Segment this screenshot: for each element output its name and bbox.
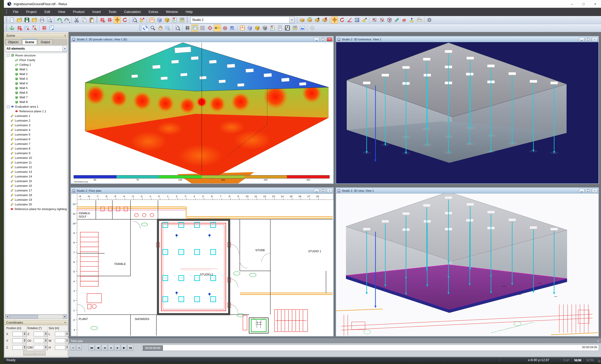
tree-item[interactable]: Ceiling 1 xyxy=(5,62,67,67)
transform-icon[interactable] xyxy=(139,17,146,24)
viewport-close-icon[interactable]: × xyxy=(327,189,332,193)
tree-item[interactable]: Wall 1 xyxy=(5,67,67,72)
coord-input-l[interactable] xyxy=(55,332,65,336)
toolbar-grip[interactable] xyxy=(6,25,7,31)
toolbar-grip[interactable] xyxy=(139,25,140,31)
coordinates-more-button[interactable]: ... xyxy=(23,351,46,355)
frame-forward-button[interactable]: ▮▶ xyxy=(121,345,127,351)
stop-button[interactable]: ■ xyxy=(108,345,114,351)
gear-icon[interactable] xyxy=(426,17,433,24)
planA-icon[interactable] xyxy=(48,25,55,32)
pseudo-colours-canvas[interactable]: 5075100150200300 Illuminance [lx] xyxy=(71,42,333,183)
coord-input-z[interactable] xyxy=(12,345,23,350)
tree-item[interactable]: Wall 3 xyxy=(5,76,67,81)
menu-window[interactable]: Window xyxy=(162,8,182,16)
play-back-button[interactable]: ◀ xyxy=(102,345,107,351)
rotate-icon[interactable] xyxy=(338,17,345,24)
graysq-icon[interactable] xyxy=(199,25,206,32)
axis-icon[interactable] xyxy=(8,25,15,32)
picker-icon[interactable] xyxy=(361,17,368,24)
gridw-icon[interactable] xyxy=(16,25,23,32)
close-icon[interactable]: × xyxy=(589,0,601,8)
scroll-thumb[interactable] xyxy=(10,315,38,318)
viewport-restore-icon[interactable] xyxy=(585,189,591,193)
extrude-icon[interactable] xyxy=(408,17,415,24)
menu-file[interactable]: File xyxy=(9,8,22,16)
chevron-down-icon[interactable]: ▼ xyxy=(289,17,294,23)
menu-tools[interactable]: Tools xyxy=(105,8,120,16)
move-icon[interactable] xyxy=(331,17,338,24)
tree-item[interactable]: −Room structure xyxy=(5,53,67,58)
select-icon[interactable] xyxy=(164,25,171,32)
save-icon[interactable] xyxy=(23,17,30,24)
tree-scrollbar[interactable]: ◀ ▶ xyxy=(5,315,67,319)
rotview-icon[interactable] xyxy=(142,25,149,32)
maximize-icon[interactable]: □ xyxy=(578,0,589,8)
tree-item[interactable]: Wall 8 xyxy=(5,100,67,104)
tab-output[interactable]: Output xyxy=(38,39,53,44)
menu-project[interactable]: Project xyxy=(22,8,40,16)
tree-item[interactable]: Reference plane 1.1 xyxy=(5,109,67,114)
undo-icon[interactable]: ▼ xyxy=(56,17,63,24)
grid-icon[interactable] xyxy=(41,25,48,32)
coord-spinner[interactable] xyxy=(65,345,69,350)
page-icon[interactable] xyxy=(8,17,15,24)
globe-icon[interactable] xyxy=(309,25,316,32)
tree-item[interactable]: Luminaire 10 xyxy=(5,155,67,160)
skip-start-button[interactable]: ▮◀ xyxy=(89,345,95,351)
planc-icon[interactable] xyxy=(178,17,185,24)
tree-item[interactable]: Luminaire 9 xyxy=(5,151,67,155)
menu-extras[interactable]: Extras xyxy=(145,8,162,16)
coord-input-h[interactable] xyxy=(55,345,65,350)
plan-icon[interactable] xyxy=(148,17,155,24)
redo-icon[interactable]: ▼ xyxy=(63,17,70,24)
planw-icon[interactable] xyxy=(23,25,30,32)
coord-spinner[interactable] xyxy=(65,331,69,337)
copy-icon[interactable] xyxy=(81,17,88,24)
tree-item[interactable]: Luminaire 13 xyxy=(5,169,67,174)
plan-icon[interactable] xyxy=(239,25,246,32)
room-icon[interactable] xyxy=(299,17,306,24)
minimize-icon[interactable]: – xyxy=(566,0,578,8)
play-button[interactable]: ▶ xyxy=(114,345,120,351)
tree-item[interactable]: Luminaire 11 xyxy=(5,160,67,165)
toolbar-grip[interactable] xyxy=(96,17,97,23)
planbw-icon[interactable] xyxy=(284,25,291,32)
planc-icon[interactable] xyxy=(291,25,298,32)
tree-item[interactable]: Luminaire 8 xyxy=(5,146,67,151)
viewport-floorplan-titlebar[interactable]: Studio 2: Floor plan ▁ × xyxy=(71,188,333,194)
menu-grip[interactable] xyxy=(6,9,7,14)
menu-calculation[interactable]: Calculation xyxy=(120,8,144,16)
viewport-3dview-titlebar[interactable]: Studio 2: 3D view, View 1 ▁ × xyxy=(336,188,598,194)
room-del-icon[interactable] xyxy=(321,17,328,24)
cut-icon[interactable] xyxy=(73,17,80,24)
planhl-icon[interactable] xyxy=(191,25,198,32)
resize-grip[interactable] xyxy=(598,360,600,362)
cubey-icon[interactable] xyxy=(254,25,261,32)
viewport-minimize-icon[interactable]: ▁ xyxy=(314,37,319,41)
coord-input-c0[interactable] xyxy=(34,338,44,343)
coord-spinner[interactable] xyxy=(44,345,48,350)
tree-item[interactable]: Luminaire 15 xyxy=(5,179,67,183)
frame-back-button[interactable]: ◀▮ xyxy=(95,345,101,351)
coord-spinner[interactable] xyxy=(65,338,69,343)
viewport-minimize-icon[interactable]: ▁ xyxy=(579,189,584,193)
cubey-icon[interactable] xyxy=(163,17,170,24)
tree-item[interactable]: Luminaire 18 xyxy=(5,193,67,197)
coord-spinner[interactable] xyxy=(23,331,26,337)
tree-item[interactable]: Luminaire 1 xyxy=(5,114,67,118)
tree-item[interactable]: Luminaire 12 xyxy=(5,165,67,169)
tree-item[interactable]: Reference plane for emergency lighting xyxy=(5,207,67,211)
stereo-icon[interactable] xyxy=(229,25,236,32)
tree-item[interactable]: Luminaire 17 xyxy=(5,188,67,193)
viewport-minimize-icon[interactable]: ▁ xyxy=(314,189,319,193)
saveas-icon[interactable] xyxy=(31,17,38,24)
coord-spinner[interactable] xyxy=(44,338,48,343)
diamond-icon[interactable] xyxy=(206,25,213,32)
print-icon[interactable] xyxy=(38,17,45,24)
cubeg-icon[interactable] xyxy=(261,25,268,32)
coord-input-x[interactable] xyxy=(12,332,23,336)
coord-spinner[interactable] xyxy=(23,345,26,350)
timeline-track[interactable]: 00:00:00:00 00:00:04:00 xyxy=(142,345,599,351)
tree-item[interactable]: Luminaire 7 xyxy=(5,142,67,146)
